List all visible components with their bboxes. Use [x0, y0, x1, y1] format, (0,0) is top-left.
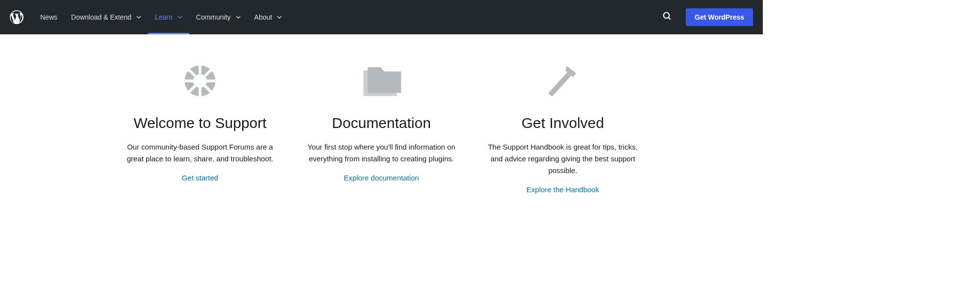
chevron-down-icon: [277, 15, 282, 20]
svg-rect-2: [199, 66, 201, 75]
card-description: The Support Handbook is great for tips, …: [484, 141, 641, 177]
cards-container: Welcome to SupportOur community-based Su…: [112, 34, 651, 214]
nav-item-learn[interactable]: Learn: [148, 0, 189, 34]
header-right: Get WordPress: [658, 7, 753, 27]
nav-item-community[interactable]: Community: [189, 0, 248, 34]
card-link[interactable]: Get started: [182, 174, 218, 182]
chevron-down-icon: [136, 15, 141, 20]
card-description: Your first stop where you'll find inform…: [303, 141, 460, 165]
get-wordpress-button[interactable]: Get WordPress: [686, 8, 753, 26]
nav-item-label: News: [40, 13, 57, 21]
card-title: Welcome to Support: [122, 115, 278, 131]
lifesaver-icon: [122, 59, 278, 103]
nav-item-label: Learn: [155, 13, 173, 21]
search-icon[interactable]: [658, 7, 676, 27]
svg-rect-3: [199, 88, 201, 97]
svg-point-0: [664, 13, 670, 19]
svg-rect-5: [207, 79, 216, 82]
nav-item-news[interactable]: News: [33, 0, 64, 34]
card-link[interactable]: Explore the Handbook: [527, 185, 599, 194]
hammer-icon: [484, 59, 641, 103]
nav-item-label: Community: [196, 13, 231, 21]
chevron-down-icon: [177, 15, 182, 20]
card-documentation: DocumentationYour first stop where you'l…: [303, 59, 460, 194]
nav-item-download-extend[interactable]: Download & Extend: [64, 0, 148, 34]
nav-item-label: Download & Extend: [71, 13, 131, 21]
main-nav: NewsDownload & ExtendLearnCommunityAbout: [33, 0, 289, 34]
card-description: Our community-based Support Forums are a…: [122, 141, 278, 165]
chevron-down-icon: [236, 15, 241, 20]
nav-item-label: About: [254, 13, 273, 21]
card-title: Documentation: [303, 115, 460, 131]
card-get-involved: Get InvolvedThe Support Handbook is grea…: [484, 59, 641, 194]
nav-item-about[interactable]: About: [248, 0, 289, 34]
card-title: Get Involved: [484, 115, 641, 131]
svg-line-1: [669, 18, 671, 20]
header: NewsDownload & ExtendLearnCommunityAbout…: [0, 0, 763, 34]
card-welcome-to-support: Welcome to SupportOur community-based Su…: [122, 59, 278, 194]
folder-icon: [303, 59, 460, 103]
card-link[interactable]: Explore documentation: [344, 174, 419, 182]
svg-rect-4: [185, 79, 194, 82]
wordpress-logo-icon[interactable]: [10, 10, 24, 24]
